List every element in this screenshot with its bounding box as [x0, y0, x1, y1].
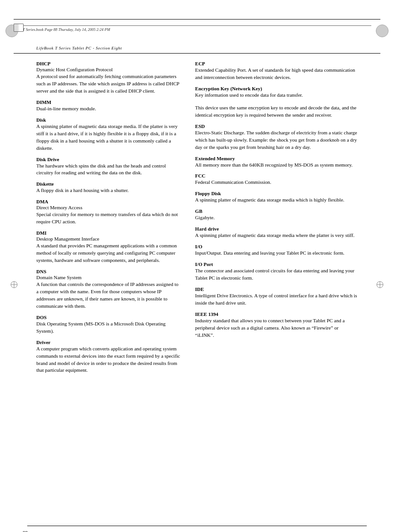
entry-extended-memory-title: Extended Memory — [195, 156, 358, 161]
entry-esd-title: ESD — [195, 123, 358, 129]
entry-esd-body: Electro-Static Discharge. The sudden dis… — [195, 129, 358, 151]
entry-ide-body: Intelligent Drive Electronics. A type of… — [195, 292, 358, 307]
entry-dimm-title: DIMM — [36, 99, 182, 105]
entry-ide-title: IDE — [195, 286, 358, 292]
right-column: ECP Extended Capability Port. A set of s… — [191, 61, 358, 379]
entry-floppy-disk-body: A spinning platter of magnetic data stor… — [195, 197, 358, 204]
entry-diskette-body: A floppy disk in a hard housing with a s… — [36, 187, 182, 194]
entry-hard-drive-title: Hard drive — [195, 226, 358, 232]
entry-io-body: Input/Output. Data entering and leaving … — [195, 250, 358, 257]
entry-encryption-key-body: Key information used to encode data for … — [195, 92, 358, 99]
entry-extended-memory-body: All memory more than the 640KB recognize… — [195, 162, 358, 169]
entry-disk-drive: Disk Drive The hardware which spins the … — [36, 157, 182, 177]
entry-dma-subtitle: Direct Memory Access — [36, 205, 182, 210]
main-content: DHCP Dynamic Host Configuration Protocol… — [14, 54, 380, 386]
entry-gb: GB Gigabyte. — [195, 208, 358, 222]
timestamp-text: T Series.book Page 88 Thursday, July 14,… — [23, 27, 110, 32]
entry-dhcp: DHCP Dynamic Host Configuration Protocol… — [36, 61, 182, 95]
entry-disk-drive-body: The hardware which spins the disk and ha… — [36, 163, 182, 177]
entry-ieee1394-body: Industry standard that allows you to con… — [195, 317, 358, 339]
entry-ide: IDE Intelligent Drive Electronics. A typ… — [195, 286, 358, 307]
entry-io-port-title: I/O Port — [195, 261, 358, 267]
right-crosshair — [376, 281, 384, 290]
entry-floppy-disk-title: Floppy Disk — [195, 191, 358, 196]
page-number-footer: 88 — [23, 530, 28, 532]
entry-dhcp-subtitle: Dynamic Host Configuration Protocol — [36, 67, 182, 72]
entry-dma-body: Special circuitry for memory to memory t… — [36, 211, 182, 226]
entry-dos: DOS Disk Operating System (MS-DOS is a M… — [36, 315, 182, 335]
page-container: T Series.book Page 88 Thursday, July 14,… — [0, 19, 394, 532]
entry-dhcp-body: A protocol used for automatically fetchi… — [36, 73, 182, 95]
left-column: DHCP Dynamic Host Configuration Protocol… — [36, 61, 191, 379]
header-text: LifeBook T Series Tablet PC - Section Ei… — [36, 46, 122, 50]
timestamp-bar: T Series.book Page 88 Thursday, July 14,… — [23, 25, 371, 32]
corner-decoration-tr — [376, 25, 389, 37]
entry-io: I/O Input/Output. Data entering and leav… — [195, 244, 358, 257]
book-icon-area — [14, 24, 26, 36]
section-header: LifeBook T Series Tablet PC - Section Ei… — [14, 38, 380, 54]
entry-diskette: Diskette A floppy disk in a hard housing… — [36, 181, 182, 194]
entry-dns-title: DNS — [36, 269, 182, 274]
entry-hard-drive: Hard drive A spinning platter of magneti… — [195, 226, 358, 239]
entry-hard-drive-body: A spinning platter of magnetic data stor… — [195, 232, 358, 239]
entry-dns: DNS Domain Name System A function that c… — [36, 269, 182, 310]
entry-encryption-key: Encryption Key (Network Key) Key informa… — [195, 86, 358, 119]
entry-io-port: I/O Port The connector and associated co… — [195, 261, 358, 282]
entry-dmi: DMI Desktop Management Interface A stand… — [36, 230, 182, 264]
entry-encryption-key-title: Encryption Key (Network Key) — [195, 86, 358, 91]
entry-dns-subtitle: Domain Name System — [36, 275, 182, 280]
entry-ieee1394: IEEE 1394 Industry standard that allows … — [195, 311, 358, 339]
entry-dos-title: DOS — [36, 315, 182, 320]
entry-disk-body: A spinning platter of magnetic data stor… — [36, 123, 182, 152]
entry-fcc: FCC Federal Communication Commission. — [195, 173, 358, 186]
entry-dmi-title: DMI — [36, 230, 182, 236]
entry-dos-body: Disk Operating System (MS-DOS is a Micro… — [36, 320, 182, 335]
entry-dmi-subtitle: Desktop Management Interface — [36, 236, 182, 241]
entry-fcc-title: FCC — [195, 173, 358, 178]
entry-ecp-title: ECP — [195, 61, 358, 66]
entry-disk-drive-title: Disk Drive — [36, 157, 182, 162]
entry-dns-body: A function that controls the corresponde… — [36, 281, 182, 310]
entry-disk-title: Disk — [36, 117, 182, 123]
header-rule-top — [14, 19, 380, 20]
entry-io-title: I/O — [195, 244, 358, 249]
entry-extended-memory: Extended Memory All memory more than the… — [195, 156, 358, 169]
entry-dimm: DIMM Dual-in-line memory module. — [36, 99, 182, 113]
entry-dhcp-title: DHCP — [36, 61, 182, 66]
entry-dimm-body: Dual-in-line memory module. — [36, 105, 182, 113]
entry-driver-body: A computer program which converts applic… — [36, 345, 182, 374]
entry-driver-title: Driver — [36, 340, 182, 345]
entry-floppy-disk: Floppy Disk A spinning platter of magnet… — [195, 191, 358, 204]
entry-esd: ESD Electro-Static Discharge. The sudden… — [195, 123, 358, 151]
header-rule-bottom — [27, 526, 367, 526]
left-crosshair — [10, 281, 18, 290]
entry-ecp-body: Extended Capability Port. A set of stand… — [195, 67, 358, 81]
entry-dma-title: DMA — [36, 199, 182, 204]
entry-gb-body: Gigabyte. — [195, 214, 358, 222]
book-icon — [14, 24, 24, 32]
entry-encryption-key-body2: This device uses the same encryption key… — [195, 104, 358, 119]
entry-ecp: ECP Extended Capability Port. A set of s… — [195, 61, 358, 81]
entry-gb-title: GB — [195, 208, 358, 214]
entry-fcc-body: Federal Communication Commission. — [195, 179, 358, 186]
entry-diskette-title: Diskette — [36, 181, 182, 187]
entry-driver: Driver A computer program which converts… — [36, 340, 182, 374]
page-number: 88 — [23, 530, 28, 532]
entry-disk: Disk A spinning platter of magnetic data… — [36, 117, 182, 152]
entry-io-port-body: The connector and associated control cir… — [195, 267, 358, 282]
entry-dmi-body: A standard that provides PC management a… — [36, 242, 182, 264]
entry-dma: DMA Direct Memory Access Special circuit… — [36, 199, 182, 226]
entry-ieee1394-title: IEEE 1394 — [195, 311, 358, 317]
